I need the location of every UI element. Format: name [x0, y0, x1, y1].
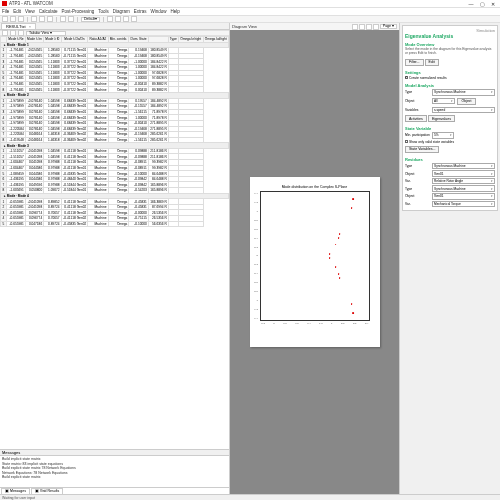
settings-heading: Settings	[405, 70, 495, 75]
chart-point[interactable]	[329, 253, 331, 255]
chart-point[interactable]	[335, 244, 337, 246]
menu-file[interactable]: File	[2, 9, 9, 14]
mode-overview-desc: Select the mode in the diagram for this …	[405, 48, 495, 56]
chart-point[interactable]	[352, 198, 354, 200]
residues-heading: Residues	[405, 157, 495, 162]
menu-post-processing[interactable]: Post-Processing	[61, 9, 94, 14]
ma-variables-select[interactable]: s.speed	[432, 107, 495, 114]
chart-point[interactable]	[351, 303, 353, 305]
ma-object-button[interactable]: Object	[457, 98, 475, 105]
results-tabbar: RESULTtxt×	[0, 23, 229, 30]
page-select[interactable]: Page ▾	[380, 24, 397, 29]
tool-paste-icon[interactable]	[47, 16, 53, 22]
main-toolbar: Default ▾	[0, 15, 500, 23]
tool-new-icon[interactable]	[2, 16, 8, 22]
tool-cut-icon[interactable]	[31, 16, 37, 22]
chart-point[interactable]	[338, 237, 340, 239]
tool-copy-icon[interactable]	[39, 16, 45, 22]
messages-panel: Messages Build implicit state matrixStat…	[0, 449, 229, 494]
res-object2-select[interactable]: Gen01	[432, 193, 495, 200]
chart-point[interactable]	[338, 273, 340, 275]
menu-extras[interactable]: Extras	[134, 9, 147, 14]
menu-bar: FileEditViewCalculatePost-ProcessingTool…	[0, 8, 500, 15]
scatter-chart[interactable]: 1.41.210.80.60.40.20-0.2-0.4-0.6-0.8-1-1…	[260, 191, 370, 321]
menu-view[interactable]: View	[25, 9, 35, 14]
maximize-button[interactable]: ▢	[477, 1, 487, 7]
chart-point[interactable]	[335, 267, 337, 269]
normalize-checkbox[interactable]: ✓	[405, 76, 408, 79]
window-title: ATP3 - ATL WATCOM	[9, 1, 466, 6]
res-var2-select[interactable]: Mechanical Torque	[432, 201, 495, 208]
state-variables-button[interactable]: State Variables...	[405, 146, 439, 153]
grid-select[interactable]: Tabular View ▾	[26, 31, 66, 36]
diagram-canvas[interactable]: Mode distribution on the Complex S-Plane…	[230, 30, 399, 494]
menu-diagram[interactable]: Diagram	[113, 9, 130, 14]
chart-point[interactable]	[339, 277, 341, 279]
zoom-out-icon[interactable]	[359, 24, 365, 30]
tool-undo-icon[interactable]	[60, 16, 66, 22]
res-type2-select[interactable]: Synchronous Machine	[432, 185, 495, 192]
menu-help[interactable]: Help	[171, 9, 180, 14]
chart-point[interactable]	[351, 207, 353, 209]
tool-open-icon[interactable]	[10, 16, 16, 22]
messages-content[interactable]: Build implicit state matrixState matrix:…	[0, 456, 229, 487]
layout-select[interactable]: Default ▾	[81, 17, 100, 22]
tool-stop-icon[interactable]	[115, 16, 121, 22]
diagram-view-label: Diagram View	[232, 24, 257, 29]
filter-button[interactable]: Filter...	[405, 59, 424, 66]
tool-chart-icon[interactable]	[123, 16, 129, 22]
close-button[interactable]: ✕	[488, 1, 498, 7]
menu-window[interactable]: Window	[151, 9, 167, 14]
table-row[interactable]: 5-0.6559810.0471860.89724-0.45835 Gen02M…	[1, 221, 229, 227]
messages-tabs: ▣ Messages▣ Grid Results	[0, 487, 229, 494]
edit-button[interactable]: Edit	[425, 59, 439, 66]
minimize-button[interactable]: —	[466, 1, 476, 7]
tool-save-icon[interactable]	[18, 16, 24, 22]
min-participation-input[interactable]: 5%	[432, 132, 454, 139]
chart-point[interactable]	[339, 233, 341, 235]
chart-title: Mode distribution on the Complex S-Plane	[282, 185, 348, 189]
valid-only-checkbox[interactable]	[405, 140, 408, 143]
diagram-toolbar: Diagram View Page ▾	[230, 23, 399, 30]
side-panel: Simulation Eigenvalue Analysis Mode Over…	[400, 23, 500, 494]
activities-button[interactable]: Activities	[405, 115, 427, 122]
status-bar: Waiting for user input	[0, 494, 500, 500]
chart-sheet: Mode distribution on the Complex S-Plane…	[250, 177, 380, 347]
tab-results[interactable]: RESULTtxt×	[1, 23, 36, 29]
chart-point[interactable]	[329, 257, 331, 259]
chart-point[interactable]	[352, 312, 354, 314]
close-icon[interactable]: ×	[29, 24, 31, 29]
menu-calculate[interactable]: Calculate	[39, 9, 58, 14]
model-analysis-heading: Model Analysis	[405, 83, 495, 88]
tool-grid-icon[interactable]	[131, 16, 137, 22]
menu-tools[interactable]: Tools	[98, 9, 109, 14]
menu-edit[interactable]: Edit	[13, 9, 21, 14]
zoom-fit-icon[interactable]	[366, 24, 372, 30]
eigenvalues-button[interactable]: Eigenvalues	[428, 115, 455, 122]
zoom-in-icon[interactable]	[352, 24, 358, 30]
print-icon[interactable]	[373, 24, 379, 30]
res-type-select[interactable]: Synchronous Machine	[432, 163, 495, 170]
res-object-select[interactable]: Gen01	[432, 170, 495, 177]
state-variable-heading: State Variable	[405, 126, 495, 131]
ma-type-select[interactable]: Synchronous Machine	[432, 89, 495, 96]
tool-redo-icon[interactable]	[68, 16, 74, 22]
normalize-label: Create normalized results	[409, 76, 447, 80]
titlebar: ATP3 - ATL WATCOM — ▢ ✕	[0, 0, 500, 8]
res-var-select[interactable]: Relative Rotor Angle	[432, 178, 495, 185]
ma-object-select[interactable]: All	[432, 98, 455, 105]
app-icon	[2, 1, 7, 6]
results-grid[interactable]: Mode λ ReMode λ ImMode λ f0Mode λ Da/DnR…	[0, 36, 229, 449]
tool-run-icon[interactable]	[107, 16, 113, 22]
panel-title: Eigenvalue Analysis	[405, 33, 495, 39]
